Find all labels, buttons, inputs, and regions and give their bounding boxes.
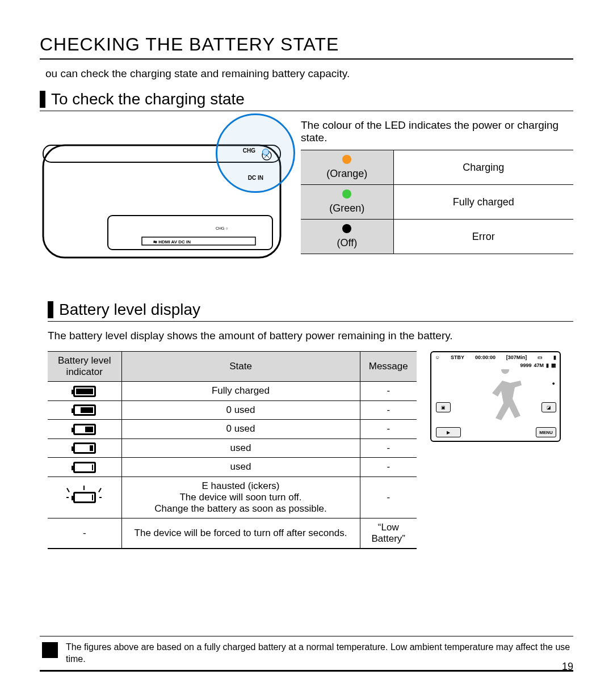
state-cell: 0 used xyxy=(121,400,360,420)
state-cell: E hausted (ickers) The device will soon … xyxy=(121,476,360,518)
preview-batt-icon: ▮ xyxy=(553,355,556,360)
preview-shots: 9999 xyxy=(520,362,531,368)
battery-3bar-icon xyxy=(73,404,96,416)
preview-mp: 47M xyxy=(534,362,544,368)
led-color-name: (Green) xyxy=(329,203,364,214)
preview-stby: STBY xyxy=(451,355,464,360)
msg-cell: - xyxy=(360,382,417,401)
section2-heading: Battery level display xyxy=(48,301,573,322)
section1-heading: To check the charging state xyxy=(40,90,573,111)
preview-play-icon: ▶ xyxy=(436,427,461,437)
page-title: CHECKING THE BATTERY STATE xyxy=(40,34,573,60)
state-cell: Fully charged xyxy=(121,382,360,401)
table-row: Fully charged - xyxy=(48,382,417,401)
heading-bar-icon xyxy=(40,91,45,108)
preview-card-icon: ▭ xyxy=(538,355,543,360)
state-cell: 0 used xyxy=(121,420,360,439)
table-row: - The device will be forced to turn off … xyxy=(48,518,417,549)
chg-label: CHG xyxy=(243,147,255,154)
off-dot-icon xyxy=(342,224,351,233)
msg-cell: - xyxy=(360,458,417,477)
note-icon xyxy=(42,642,58,658)
table-row: E hausted (ickers) The device will soon … xyxy=(48,476,417,518)
section1-row: ⇆ HDMI AV DC IN CHG ○ CHG DC IN The colo… xyxy=(40,119,573,267)
legend-intro: The colour of the LED indicates the powe… xyxy=(301,119,573,144)
lcd-preview: ☺ STBY 00:00:00 [307Min] ▭ ▮ 9999 47M ▮ … xyxy=(430,351,561,442)
intro-text: ou can check the charging state and rema… xyxy=(45,68,573,80)
table-row: used - xyxy=(48,458,417,477)
preview-face-icon: ☺ xyxy=(435,355,440,360)
led-meaning: Error xyxy=(393,220,573,254)
battery-2bar-icon xyxy=(73,424,96,435)
preview-mode-icon: ◪ xyxy=(541,402,556,412)
led-color-name: (Orange) xyxy=(326,168,367,179)
section2-intro: The battery level display shows the amou… xyxy=(48,330,573,342)
dcin-label: DC IN xyxy=(248,175,263,181)
battery-flicker-icon xyxy=(73,491,96,503)
battery-1bar-icon xyxy=(73,442,96,454)
footnote-text: The figures above are based on a fully c… xyxy=(66,641,571,665)
table-row: (Off) Error xyxy=(301,220,573,254)
led-meaning: Fully charged xyxy=(393,185,573,220)
msg-cell: - xyxy=(360,476,417,518)
preview-bullet-icon: ● xyxy=(552,381,555,386)
section1-heading-text: To check the charging state xyxy=(51,90,245,108)
state-cell: The device will be forced to turn off af… xyxy=(121,518,360,549)
col-header-state: State xyxy=(121,352,360,382)
state-cell: used xyxy=(121,438,360,458)
led-callout-circle-icon xyxy=(216,113,295,193)
table-row: 0 used - xyxy=(48,420,417,439)
orange-dot-icon xyxy=(342,155,351,164)
table-row: 0 used - xyxy=(48,400,417,420)
indicator-none: - xyxy=(48,518,121,549)
preview-remaining: [307Min] xyxy=(506,355,527,360)
msg-cell: “Low Battery” xyxy=(360,518,417,549)
footnote: The figures above are based on a fully c… xyxy=(40,636,573,672)
table-row: (Green) Fully charged xyxy=(301,185,573,220)
battery-low-icon xyxy=(73,462,96,473)
state-cell: used xyxy=(121,458,360,477)
battery-full-icon xyxy=(73,386,96,397)
table-row: used - xyxy=(48,438,417,458)
led-indicator-icon xyxy=(262,149,269,155)
preview-res-icon: ▮ xyxy=(546,362,549,368)
msg-cell: - xyxy=(360,438,417,458)
msg-cell: - xyxy=(360,400,417,420)
preview-menu-button: MENU xyxy=(536,427,556,437)
preview-zoom-icon: ▣ xyxy=(436,402,451,412)
green-dot-icon xyxy=(342,189,351,199)
page-number: 19 xyxy=(562,661,573,673)
svg-text:⇆   HDMI    AV     DC IN: ⇆ HDMI AV DC IN xyxy=(153,239,191,244)
battery-level-table: Battery level indicator State Message Fu… xyxy=(48,351,417,549)
skateboarder-silhouette-icon xyxy=(482,369,528,426)
camcorder-diagram: ⇆ HDMI AV DC IN CHG ○ CHG DC IN xyxy=(40,119,289,267)
led-state-table: (Orange) Charging (Green) Fully charged … xyxy=(301,150,573,254)
heading-bar-icon xyxy=(48,301,53,318)
msg-cell: - xyxy=(360,420,417,439)
preview-hd-icon: ▦ xyxy=(551,362,556,368)
table-header-row: Battery level indicator State Message xyxy=(48,352,417,382)
preview-time: 00:00:00 xyxy=(475,355,496,360)
col-header-message: Message xyxy=(360,352,417,382)
svg-text:CHG ○: CHG ○ xyxy=(216,226,228,230)
led-color-name: (Off) xyxy=(337,237,358,248)
col-header-indicator: Battery level indicator xyxy=(48,352,121,382)
table-row: (Orange) Charging xyxy=(301,150,573,185)
section2-heading-text: Battery level display xyxy=(59,301,200,319)
led-meaning: Charging xyxy=(393,150,573,185)
led-legend: The colour of the LED indicates the powe… xyxy=(301,119,573,267)
